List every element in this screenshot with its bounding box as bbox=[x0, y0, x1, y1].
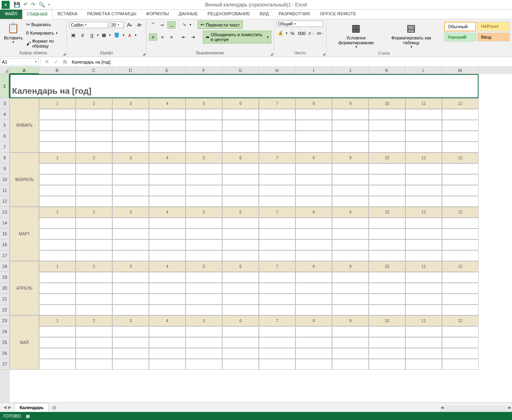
calendar-cell[interactable] bbox=[222, 348, 259, 359]
calendar-cell[interactable] bbox=[369, 163, 405, 174]
calendar-cell[interactable] bbox=[332, 229, 369, 239]
calendar-cell[interactable] bbox=[186, 196, 222, 207]
calendar-cell[interactable] bbox=[222, 337, 259, 348]
tab-formulas[interactable]: ФОРМУЛЫ bbox=[141, 10, 174, 19]
calendar-cell[interactable] bbox=[186, 326, 222, 337]
calendar-cell[interactable] bbox=[186, 305, 222, 315]
calendar-cell[interactable] bbox=[149, 250, 186, 261]
calendar-cell[interactable] bbox=[295, 185, 332, 196]
date-header[interactable]: 8 bbox=[295, 315, 332, 326]
calendar-cell[interactable] bbox=[112, 348, 149, 359]
row-header-9[interactable]: 9 bbox=[0, 163, 10, 174]
row-header-8[interactable]: 8 bbox=[0, 152, 10, 163]
calendar-cell[interactable] bbox=[149, 131, 186, 142]
decrease-decimal-button[interactable]: .00← bbox=[316, 30, 324, 37]
calendar-cell[interactable] bbox=[76, 185, 112, 196]
calendar-cell[interactable] bbox=[222, 229, 259, 239]
date-header[interactable]: 5 bbox=[186, 315, 222, 326]
calendar-cell[interactable] bbox=[369, 326, 405, 337]
calendar-cell[interactable] bbox=[149, 359, 186, 370]
calendar-cell[interactable] bbox=[112, 305, 149, 315]
calendar-cell[interactable] bbox=[332, 131, 369, 142]
date-header[interactable]: 2 bbox=[76, 207, 112, 218]
calendar-cell[interactable] bbox=[39, 283, 76, 294]
calendar-cell[interactable] bbox=[405, 120, 442, 131]
name-box[interactable]: A1▾ bbox=[0, 58, 39, 66]
calendar-cell[interactable] bbox=[259, 142, 295, 152]
calendar-cell[interactable] bbox=[39, 337, 76, 348]
calendar-cell[interactable] bbox=[149, 294, 186, 305]
row-header-21[interactable]: 21 bbox=[0, 294, 10, 305]
date-header[interactable]: 12 bbox=[442, 315, 479, 326]
calendar-cell[interactable] bbox=[222, 163, 259, 174]
calendar-cell[interactable] bbox=[369, 120, 405, 131]
col-header-A[interactable]: A bbox=[10, 67, 39, 74]
tab-view[interactable]: ВИД bbox=[255, 10, 274, 19]
date-header[interactable]: 4 bbox=[149, 152, 186, 163]
row-header-22[interactable]: 22 bbox=[0, 305, 10, 315]
calendar-cell[interactable] bbox=[112, 250, 149, 261]
date-header[interactable]: 1 bbox=[39, 261, 76, 272]
date-header[interactable]: 8 bbox=[295, 261, 332, 272]
calendar-cell[interactable] bbox=[332, 142, 369, 152]
calendar-cell[interactable] bbox=[112, 294, 149, 305]
row-header-19[interactable]: 19 bbox=[0, 272, 10, 283]
calendar-cell[interactable] bbox=[295, 120, 332, 131]
date-header[interactable]: 7 bbox=[259, 98, 295, 109]
date-header[interactable]: 2 bbox=[76, 261, 112, 272]
calendar-cell[interactable] bbox=[149, 142, 186, 152]
date-header[interactable]: 10 bbox=[369, 207, 405, 218]
formula-input[interactable] bbox=[69, 59, 512, 65]
calendar-cell[interactable] bbox=[259, 185, 295, 196]
font-dialog-launcher[interactable]: ◢ bbox=[142, 52, 145, 56]
calendar-cell[interactable] bbox=[405, 174, 442, 185]
font-color-button[interactable]: A bbox=[126, 32, 134, 39]
row-header-11[interactable]: 11 bbox=[0, 185, 10, 196]
calendar-cell[interactable] bbox=[405, 294, 442, 305]
date-header[interactable]: 10 bbox=[369, 315, 405, 326]
calendar-cell[interactable] bbox=[405, 185, 442, 196]
style-normal[interactable]: Обычный bbox=[444, 22, 476, 31]
tab-page-layout[interactable]: РАЗМЕТКА СТРАНИЦЫ bbox=[82, 10, 141, 19]
calendar-cell[interactable] bbox=[259, 131, 295, 142]
calendar-cell[interactable] bbox=[295, 294, 332, 305]
date-header[interactable]: 9 bbox=[332, 207, 369, 218]
calendar-cell[interactable] bbox=[186, 185, 222, 196]
italic-button[interactable]: К bbox=[78, 32, 87, 39]
row-header-1[interactable]: 1 bbox=[0, 74, 10, 98]
cell-A1-title[interactable]: Календарь на [год] bbox=[10, 74, 479, 98]
calendar-cell[interactable] bbox=[405, 348, 442, 359]
save-icon[interactable]: 💾 bbox=[14, 2, 20, 8]
increase-font-button[interactable]: A▴ bbox=[125, 21, 134, 29]
macro-record-icon[interactable]: ▦ bbox=[26, 414, 30, 419]
month-label-МАЙ[interactable]: МАЙ bbox=[10, 315, 39, 370]
calendar-cell[interactable] bbox=[149, 163, 186, 174]
date-header[interactable]: 4 bbox=[149, 315, 186, 326]
qat-dropdown-icon[interactable]: ▾ bbox=[48, 3, 50, 6]
calendar-cell[interactable] bbox=[222, 196, 259, 207]
calendar-cell[interactable] bbox=[186, 120, 222, 131]
calendar-cell[interactable] bbox=[39, 174, 76, 185]
date-header[interactable]: 2 bbox=[76, 315, 112, 326]
align-top-button[interactable]: ⎺ bbox=[149, 21, 157, 29]
date-header[interactable]: 12 bbox=[442, 152, 479, 163]
calendar-cell[interactable] bbox=[149, 109, 186, 120]
calendar-cell[interactable] bbox=[222, 283, 259, 294]
row-header-16[interactable]: 16 bbox=[0, 239, 10, 250]
calendar-cell[interactable] bbox=[405, 218, 442, 229]
calendar-cell[interactable] bbox=[369, 294, 405, 305]
align-left-button[interactable]: ≡ bbox=[149, 33, 157, 41]
date-header[interactable]: 4 bbox=[149, 207, 186, 218]
decrease-font-button[interactable]: A▾ bbox=[135, 21, 144, 29]
calendar-cell[interactable] bbox=[149, 120, 186, 131]
date-header[interactable]: 2 bbox=[76, 152, 112, 163]
row-header-15[interactable]: 15 bbox=[0, 229, 10, 239]
orientation-button[interactable]: ⤡ bbox=[180, 21, 188, 29]
calendar-cell[interactable] bbox=[186, 174, 222, 185]
calendar-cell[interactable] bbox=[259, 359, 295, 370]
col-header-E[interactable]: E bbox=[149, 67, 186, 74]
calendar-cell[interactable] bbox=[295, 272, 332, 283]
calendar-cell[interactable] bbox=[369, 174, 405, 185]
align-center-button[interactable]: ≡ bbox=[158, 33, 166, 41]
calendar-cell[interactable] bbox=[222, 272, 259, 283]
